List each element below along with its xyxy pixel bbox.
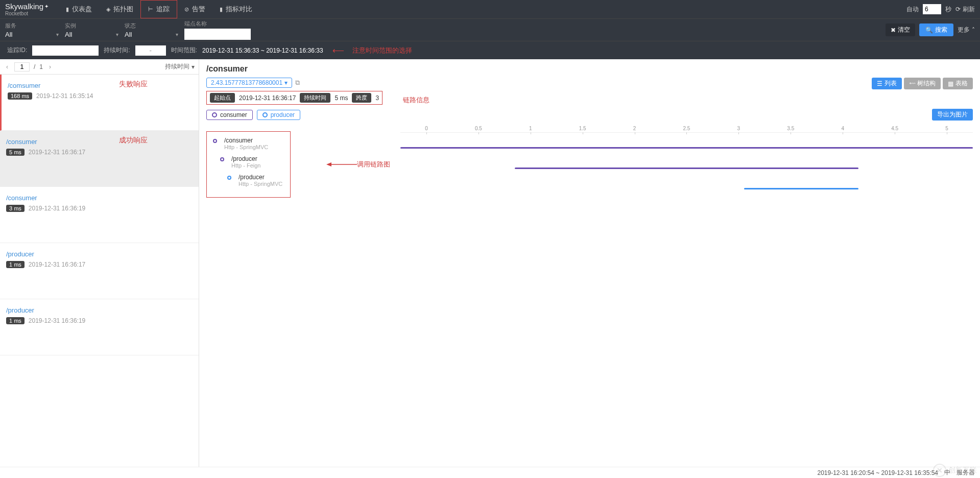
refresh-icon: ⟳ [955,6,961,13]
span-dot-icon [220,157,224,161]
legend-dot-icon [262,112,268,117]
tick: 4 [817,126,869,131]
trace-annotation: 失败响应 [119,80,148,89]
filter-endpoint: 端点名称 [184,20,251,40]
copy-icon[interactable]: ⧉ [295,79,300,87]
duration-label: 持续时间 [300,93,330,103]
trace-name: /producer [6,250,193,258]
filter-service[interactable]: 服务 All▾ [5,22,59,38]
table-icon: ▦ [948,80,953,87]
legend-row: consumer producer 导出为图片 [206,109,973,121]
start-value: 2019-12-31 16:36:17 [239,94,296,102]
span-node[interactable]: /producer Http - Feign [231,155,283,169]
export-button[interactable]: 导出为图片 [932,109,973,121]
alarm-icon: ⊘ [184,6,189,13]
trace-name: /producer [6,306,193,314]
trace-name: /consumer [6,194,193,202]
chevron-down-icon: ▾ [284,79,288,86]
trace-time: 2019-12-31 16:36:17 [29,261,85,268]
trace-id-selector[interactable]: 2.43.15777813778680001▾ [206,78,292,88]
trace-name: /comsumer [8,82,193,89]
chevron-down-icon: ▾ [192,63,195,70]
trace-time: 2019-12-31 16:36:19 [29,317,85,324]
span-node[interactable]: /consumer Http - SpringMVC [224,137,283,150]
timeline-bar[interactable] [400,147,973,149]
filter-status[interactable]: 状态 All▾ [125,22,178,38]
trace-sidebar: ‹ / 1 › 持续时间▾ 失败响应 /comsumer 168 ms2019-… [0,59,199,467]
sort-dropdown[interactable]: 持续时间▾ [165,62,195,71]
trace-item[interactable]: 成功响应 /consumer 5 ms2019-12-31 16:36:17 [0,131,199,187]
nav-alarm[interactable]: ⊘告警 [177,0,212,18]
tab-table[interactable]: ▦表格 [943,78,973,89]
tick: 3.5 [764,126,817,131]
nav-trace[interactable]: ⊢追踪 [140,0,177,18]
tick: 2.5 [661,126,713,131]
tick: 4.5 [869,126,921,131]
trace-list: 失败响应 /comsumer 168 ms2019-12-31 16:35:14… [0,75,199,467]
trace-item[interactable]: /producer 1 ms2019-12-31 16:36:17 [0,243,199,299]
time-range-label: 时间范围: [171,46,197,55]
trace-item[interactable]: /consumer 3 ms2019-12-31 16:36:19 [0,187,199,243]
instance-select[interactable]: All [65,31,116,38]
trace-id-input[interactable] [32,45,99,56]
chevron-up-icon: ˄ [972,27,975,34]
tick: 0.5 [452,126,505,131]
trace-item[interactable]: /producer 1 ms2019-12-31 16:36:19 [0,299,199,355]
service-label: 服务 [5,22,59,30]
duration-label: 持续时间: [104,46,130,55]
endpoint-label: 端点名称 [184,20,251,28]
status-select[interactable]: All [125,31,176,38]
top-nav: Skywalking✦ Rocketbot ▮仪表盘 ◈拓扑图 ⊢追踪 ⊘告警 … [0,0,980,18]
watermark: ✕ 创新互联 [933,464,977,467]
tree-annotation: 调用链路图 [326,160,390,169]
timeline-bars [400,142,973,203]
refresh-button[interactable]: ⟳刷新 [955,5,975,14]
trace-name: /consumer [6,138,193,146]
page-current-input[interactable] [14,62,30,71]
duration-input[interactable] [135,45,166,56]
time-range-annotation: 注意时间范围的选择 [352,46,412,55]
page-next[interactable]: › [47,63,53,70]
timeline-bar[interactable] [515,168,858,169]
legend-producer: producer [257,110,300,120]
clear-button[interactable]: ✖清空 [886,23,915,36]
seconds-label: 秒 [945,5,951,14]
span-name: /producer [238,174,283,181]
watermark-icon: ✕ [933,464,946,467]
timeline-bar[interactable] [744,188,858,189]
tab-list[interactable]: ☰列表 [872,78,902,89]
auto-label: 自动 [906,5,919,14]
trace-icon: ⊢ [148,6,153,13]
page-prev[interactable]: ‹ [4,63,10,70]
filter-bar: 服务 All▾ 实例 All▾ 状态 All▾ 端点名称 ✖清空 🔍搜索 更多˄ [0,18,980,41]
trace-item[interactable]: 失败响应 /comsumer 168 ms2019-12-31 16:35:14 [0,75,199,131]
nav-items: ▮仪表盘 ◈拓扑图 ⊢追踪 ⊘告警 ▮指标对比 [59,0,259,18]
service-select[interactable]: All [5,31,56,38]
trace-info-row: 起始点 2019-12-31 16:36:17 持续时间 5 ms 跨度 3 [206,91,383,105]
nav-compare[interactable]: ▮指标对比 [212,0,259,18]
duration-value: 5 ms [334,94,348,102]
topology-icon: ◈ [106,6,110,13]
tick: 3 [712,126,764,131]
timeline-axis: 0 0.5 1 1.5 2 2.5 3 3.5 4 4.5 5 [400,126,973,133]
filter-instance[interactable]: 实例 All▾ [65,22,118,38]
tab-tree[interactable]: ⬳树结构 [904,78,941,89]
span-name: /producer [231,155,283,162]
duration-badge: 1 ms [6,317,25,324]
status-label: 状态 [125,22,178,30]
trace-annotation: 成功响应 [119,136,148,145]
tick: 0 [400,126,452,131]
nav-dashboard[interactable]: ▮仪表盘 [59,0,99,18]
search-button[interactable]: 🔍搜索 [919,23,953,36]
main-content: ‹ / 1 › 持续时间▾ 失败响应 /comsumer 168 ms2019-… [0,59,980,467]
view-tabs: ☰列表 ⬳树结构 ▦表格 [872,78,973,89]
auto-refresh-input[interactable] [923,4,941,14]
span-node[interactable]: /producer Http - SpringMVC [238,174,283,187]
detail-title: /consumer [206,64,973,74]
more-button[interactable]: 更多˄ [958,26,975,34]
nav-topology[interactable]: ◈拓扑图 [99,0,140,18]
span-value: 3 [375,94,379,102]
endpoint-input[interactable] [184,29,251,40]
trace-time: 2019-12-31 16:36:19 [29,205,85,212]
span-name: /consumer [224,137,283,144]
